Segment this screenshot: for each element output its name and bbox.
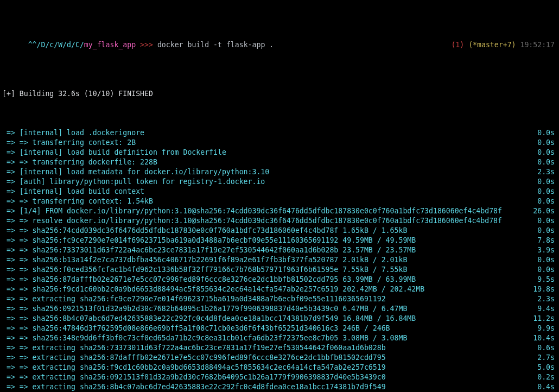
build-step-duration: 0.0s	[537, 226, 557, 236]
build-line: => [internal] load .dockerignore0.0s	[2, 128, 557, 138]
build-line: => [internal] load metadata for docker.i…	[2, 167, 557, 177]
build-line: => => sha256:73373011d63f722a4ac6bc23ce7…	[2, 245, 557, 255]
build-step-duration: 0.0s	[537, 265, 557, 275]
build-line: => => sha256:8b4c07abc6d7ed42635883e22c2…	[2, 314, 557, 324]
build-step-duration: 0.0s	[537, 157, 557, 167]
build-step-text: => => sha256:8b4c07abc6d7ed42635883e22c2…	[2, 314, 416, 324]
build-step-duration: 11.2s	[533, 314, 557, 324]
build-line: => => extracting sha256:73373011d63f722a…	[2, 343, 557, 353]
status-count: (1)	[451, 41, 464, 49]
build-step-text: => => sha256:348e9dd6ff3bf0c73cf0ed65da7…	[2, 333, 407, 343]
build-line: => => extracting sha256:0921513f01d32a9b…	[2, 372, 557, 382]
build-line: => => extracting sha256:87dafffb02e2671e…	[2, 353, 557, 363]
terminal[interactable]: ^^/D/c/W/d/C/my_flask_app >>> docker bui…	[0, 0, 559, 392]
prompt-line: ^^/D/c/W/d/C/my_flask_app >>> docker bui…	[2, 30, 557, 60]
build-line: => => sha256:f9cd1c60bb2c0a9bd6653d88494…	[2, 284, 557, 294]
build-step-duration: 3.9s	[537, 245, 557, 255]
build-step-duration: 0.0s	[537, 128, 557, 138]
build-step-duration: 0.4s	[537, 382, 557, 392]
build-step-text: => => sha256:73373011d63f722a4ac6bc23ce7…	[2, 245, 416, 255]
build-step-text: => [internal] load build context	[2, 187, 144, 197]
build-step-duration: 0.2s	[537, 372, 557, 382]
build-line: => => sha256:47846d3f762595d08e866e69bff…	[2, 324, 557, 333]
build-line: => [internal] load build definition from…	[2, 148, 557, 157]
build-step-duration: 7.8s	[537, 236, 557, 245]
git-branch: (*master+7)	[468, 41, 516, 49]
build-line: => => sha256:87dafffb02e2671e7e5cc07c996…	[2, 275, 557, 284]
build-step-text: => => extracting sha256:73373011d63f722a…	[2, 343, 386, 353]
build-line: => => sha256:b13a14f2e7ca737dbfba456c406…	[2, 255, 557, 265]
build-step-duration: 0.0s	[537, 187, 557, 197]
build-line: => [1/4] FROM docker.io/library/python:3…	[2, 206, 557, 216]
build-line: => => resolve docker.io/library/python:3…	[2, 216, 557, 226]
build-step-text: => => transferring dockerfile: 228B	[2, 157, 157, 167]
build-line: => [internal] load build context0.0s	[2, 187, 557, 197]
build-step-text: => => extracting sha256:0921513f01d32a9b…	[2, 372, 386, 382]
build-output: => [internal] load .dockerignore0.0s => …	[2, 128, 557, 392]
build-step-duration: 0.0s	[537, 216, 557, 226]
build-step-text: => => transferring context: 1.54kB	[2, 197, 153, 206]
build-step-text: => [1/4] FROM docker.io/library/python:3…	[2, 206, 502, 216]
build-step-text: => => sha256:fc9ce7290e7e014f69623715ba6…	[2, 236, 416, 245]
build-line: => => transferring context: 2B0.0s	[2, 138, 557, 148]
build-step-text: => [auth] library/python:pull token for …	[2, 177, 265, 187]
build-line: => => extracting sha256:f9cd1c60bb2c0a9b…	[2, 363, 557, 372]
build-step-text: => => sha256:47846d3f762595d08e866e69bff…	[2, 324, 390, 333]
build-step-text: => [internal] load metadata for docker.i…	[2, 167, 269, 177]
build-step-text: => => extracting sha256:87dafffb02e2671e…	[2, 353, 386, 363]
build-step-duration: 9.4s	[537, 304, 557, 314]
build-line: => => sha256:348e9dd6ff3bf0c73cf0ed65da7…	[2, 333, 557, 343]
build-step-duration: 0.0s	[537, 255, 557, 265]
build-step-duration: 2.3s	[537, 294, 557, 304]
clock-time: 19:52:17	[520, 41, 555, 49]
build-step-duration: 10.4s	[533, 333, 557, 343]
build-step-text: => => sha256:0921513f01d32a9b2d30c7682b6…	[2, 304, 407, 314]
build-step-text: => => extracting sha256:fc9ce7290e7e014f…	[2, 294, 386, 304]
build-step-text: => => transferring context: 2B	[2, 138, 136, 148]
build-line: => => extracting sha256:8b4c07abc6d7ed42…	[2, 382, 557, 392]
build-step-text: => => sha256:f0ced356fcfac1b4fd962c1336b…	[2, 265, 407, 275]
build-step-duration: 0.0s	[537, 177, 557, 187]
build-line: => => sha256:fc9ce7290e7e014f69623715ba6…	[2, 236, 557, 245]
build-step-text: => => extracting sha256:8b4c07abc6d7ed42…	[2, 382, 386, 392]
build-step-text: => [internal] load .dockerignore	[2, 128, 144, 138]
build-step-duration: 0.0s	[537, 138, 557, 148]
build-step-duration: 5.0s	[537, 363, 557, 372]
build-step-text: => => sha256:87dafffb02e2671e7e5cc07c996…	[2, 275, 416, 284]
build-step-text: => => sha256:f9cd1c60bb2c0a9bd6653d88494…	[2, 284, 424, 294]
build-line: => => sha256:0921513f01d32a9b2d30c7682b6…	[2, 304, 557, 314]
current-dir: my_flask_app	[84, 41, 136, 49]
build-step-text: => [internal] load build definition from…	[2, 148, 226, 157]
build-header: [+] Building 32.6s (10/10) FINISHED	[2, 89, 557, 99]
command-text: docker build -t flask-app .	[157, 41, 274, 49]
build-step-duration: 0.0s	[537, 148, 557, 157]
build-step-duration: 0.0s	[537, 197, 557, 206]
build-line: => => sha256:f0ced356fcfac1b4fd962c1336b…	[2, 265, 557, 275]
path-prefix: ^^/D/c/W/d/C/	[28, 41, 84, 49]
build-line: => [auth] library/python:pull token for …	[2, 177, 557, 187]
build-step-text: => => sha256:74cdd039dc36f6476dd5dfdbc18…	[2, 226, 407, 236]
build-step-duration: 26.0s	[533, 206, 557, 216]
build-line: => => sha256:74cdd039dc36f6476dd5dfdbc18…	[2, 226, 557, 236]
build-line: => => transferring context: 1.54kB0.0s	[2, 197, 557, 206]
build-step-text: => => extracting sha256:f9cd1c60bb2c0a9b…	[2, 363, 386, 372]
build-step-duration: 2.3s	[537, 167, 557, 177]
build-step-duration: 0.6s	[537, 343, 557, 353]
build-line: => => transferring dockerfile: 228B0.0s	[2, 157, 557, 167]
build-step-duration: 9.9s	[537, 324, 557, 333]
build-line: => => extracting sha256:fc9ce7290e7e014f…	[2, 294, 557, 304]
build-step-duration: 19.8s	[533, 284, 557, 294]
build-step-duration: 2.7s	[537, 353, 557, 363]
build-step-text: => => sha256:b13a14f2e7ca737dbfba456c406…	[2, 255, 407, 265]
prompt-arrows: >>>	[140, 41, 153, 49]
build-step-duration: 9.5s	[537, 275, 557, 284]
build-step-text: => => resolve docker.io/library/python:3…	[2, 216, 502, 226]
